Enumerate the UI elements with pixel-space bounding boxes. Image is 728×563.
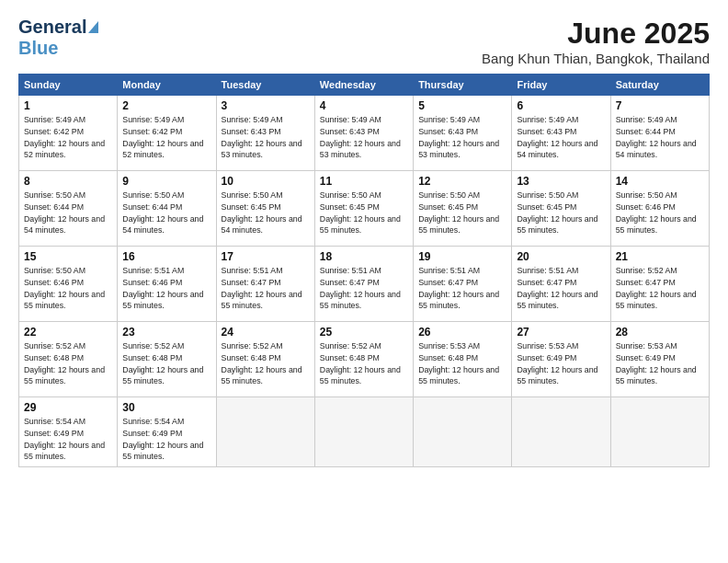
calendar-day-25: 25 Sunrise: 5:52 AMSunset: 6:48 PMDaylig…	[314, 322, 413, 397]
calendar-week-row: 8 Sunrise: 5:50 AMSunset: 6:44 PMDayligh…	[19, 171, 710, 247]
header-tuesday: Tuesday	[216, 75, 314, 96]
calendar-title: June 2025	[482, 17, 710, 51]
calendar-day-4: 4 Sunrise: 5:49 AMSunset: 6:43 PMDayligh…	[314, 96, 413, 171]
calendar-day-15: 15 Sunrise: 5:50 AMSunset: 6:46 PMDaylig…	[19, 247, 118, 322]
header-saturday: Saturday	[610, 75, 709, 96]
calendar-day-30: 30 Sunrise: 5:54 AMSunset: 6:49 PMDaylig…	[118, 397, 216, 467]
empty-cell	[414, 397, 512, 467]
calendar-day-1: 1 Sunrise: 5:49 AMSunset: 6:42 PMDayligh…	[19, 96, 118, 171]
calendar-day-6: 6 Sunrise: 5:49 AMSunset: 6:43 PMDayligh…	[512, 96, 610, 171]
empty-cell	[512, 397, 610, 467]
calendar-day-18: 18 Sunrise: 5:51 AMSunset: 6:47 PMDaylig…	[314, 247, 413, 322]
calendar-week-row: 22 Sunrise: 5:52 AMSunset: 6:48 PMDaylig…	[19, 322, 710, 397]
calendar-day-19: 19 Sunrise: 5:51 AMSunset: 6:47 PMDaylig…	[414, 247, 512, 322]
logo: General Blue	[18, 17, 98, 59]
calendar-subtitle: Bang Khun Thian, Bangkok, Thailand	[482, 51, 710, 66]
calendar-week-row: 29 Sunrise: 5:54 AMSunset: 6:49 PMDaylig…	[19, 397, 710, 467]
logo-triangle-icon	[88, 21, 98, 33]
calendar-day-3: 3 Sunrise: 5:49 AMSunset: 6:43 PMDayligh…	[216, 96, 314, 171]
calendar-day-9: 9 Sunrise: 5:50 AMSunset: 6:44 PMDayligh…	[118, 171, 216, 247]
empty-cell	[216, 397, 314, 467]
calendar-day-29: 29 Sunrise: 5:54 AMSunset: 6:49 PMDaylig…	[19, 397, 118, 467]
calendar-day-10: 10 Sunrise: 5:50 AMSunset: 6:45 PMDaylig…	[216, 171, 314, 247]
calendar-day-21: 21 Sunrise: 5:52 AMSunset: 6:47 PMDaylig…	[610, 247, 709, 322]
header: General Blue June 2025 Bang Khun Thian, …	[18, 17, 710, 66]
calendar-day-26: 26 Sunrise: 5:53 AMSunset: 6:48 PMDaylig…	[414, 322, 512, 397]
calendar-table: Sunday Monday Tuesday Wednesday Thursday…	[18, 74, 710, 467]
logo-blue: Blue	[18, 38, 58, 58]
calendar-day-11: 11 Sunrise: 5:50 AMSunset: 6:45 PMDaylig…	[314, 171, 413, 247]
calendar-day-16: 16 Sunrise: 5:51 AMSunset: 6:46 PMDaylig…	[118, 247, 216, 322]
header-monday: Monday	[118, 75, 216, 96]
logo-general: General	[18, 17, 86, 38]
calendar-week-row: 15 Sunrise: 5:50 AMSunset: 6:46 PMDaylig…	[19, 247, 710, 322]
header-friday: Friday	[512, 75, 610, 96]
calendar-day-2: 2 Sunrise: 5:49 AMSunset: 6:42 PMDayligh…	[118, 96, 216, 171]
calendar-day-7: 7 Sunrise: 5:49 AMSunset: 6:44 PMDayligh…	[610, 96, 709, 171]
calendar-header-row: Sunday Monday Tuesday Wednesday Thursday…	[19, 75, 710, 96]
calendar-day-24: 24 Sunrise: 5:52 AMSunset: 6:48 PMDaylig…	[216, 322, 314, 397]
header-thursday: Thursday	[414, 75, 512, 96]
empty-cell	[610, 397, 709, 467]
calendar-day-13: 13 Sunrise: 5:50 AMSunset: 6:45 PMDaylig…	[512, 171, 610, 247]
calendar-day-22: 22 Sunrise: 5:52 AMSunset: 6:48 PMDaylig…	[19, 322, 118, 397]
page: General Blue June 2025 Bang Khun Thian, …	[0, 0, 728, 563]
calendar-day-14: 14 Sunrise: 5:50 AMSunset: 6:46 PMDaylig…	[610, 171, 709, 247]
calendar-week-row: 1 Sunrise: 5:49 AMSunset: 6:42 PMDayligh…	[19, 96, 710, 171]
calendar-day-8: 8 Sunrise: 5:50 AMSunset: 6:44 PMDayligh…	[19, 171, 118, 247]
calendar-day-28: 28 Sunrise: 5:53 AMSunset: 6:49 PMDaylig…	[610, 322, 709, 397]
header-sunday: Sunday	[19, 75, 118, 96]
calendar-day-5: 5 Sunrise: 5:49 AMSunset: 6:43 PMDayligh…	[414, 96, 512, 171]
calendar-day-20: 20 Sunrise: 5:51 AMSunset: 6:47 PMDaylig…	[512, 247, 610, 322]
calendar-day-27: 27 Sunrise: 5:53 AMSunset: 6:49 PMDaylig…	[512, 322, 610, 397]
calendar-day-17: 17 Sunrise: 5:51 AMSunset: 6:47 PMDaylig…	[216, 247, 314, 322]
header-wednesday: Wednesday	[314, 75, 413, 96]
calendar-day-23: 23 Sunrise: 5:52 AMSunset: 6:48 PMDaylig…	[118, 322, 216, 397]
title-block: June 2025 Bang Khun Thian, Bangkok, Thai…	[482, 17, 710, 66]
calendar-day-12: 12 Sunrise: 5:50 AMSunset: 6:45 PMDaylig…	[414, 171, 512, 247]
empty-cell	[314, 397, 413, 467]
